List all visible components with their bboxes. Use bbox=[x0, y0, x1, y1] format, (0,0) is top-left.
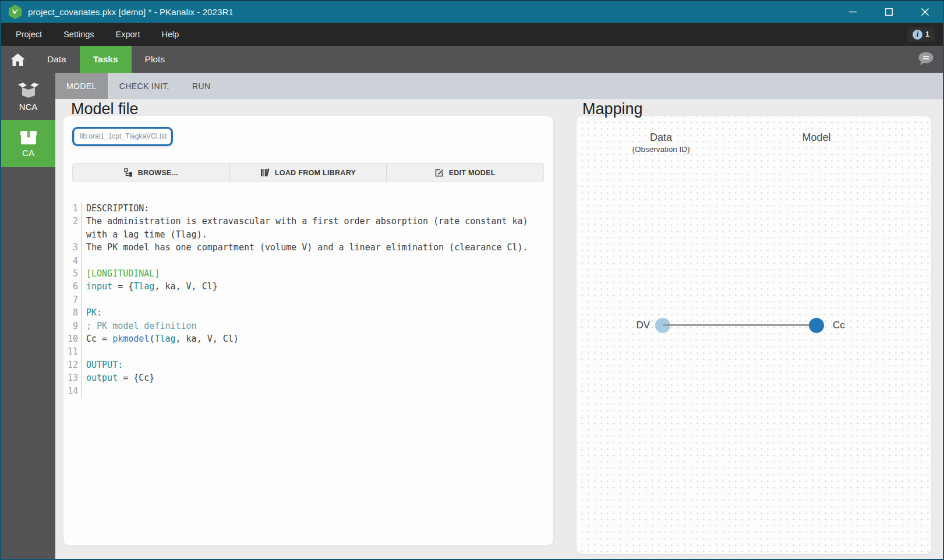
menu-project[interactable]: Project bbox=[16, 30, 42, 39]
main-content: Model file lib:oral1_1cpt_TlagkaVCl.txt … bbox=[55, 99, 943, 559]
mapping-connector-line bbox=[663, 324, 816, 326]
code-line-text bbox=[82, 345, 537, 358]
code-line: 1DESCRIPTION: bbox=[68, 202, 549, 215]
sidebar-item-label: NCA bbox=[19, 102, 38, 112]
code-line: 2The administration is extravascular wit… bbox=[68, 215, 549, 241]
model-file-panel: lib:oral1_1cpt_TlagkaVCl.txt BROWSE... bbox=[63, 116, 553, 545]
code-line: 5[LONGITUDINAL] bbox=[68, 267, 549, 280]
mapping-heading: Mapping bbox=[582, 100, 643, 118]
code-line-text: output = {Cc} bbox=[82, 371, 537, 384]
close-button[interactable] bbox=[907, 1, 943, 23]
code-line: 9; PK model definition bbox=[68, 320, 549, 332]
home-icon bbox=[10, 54, 25, 66]
minimize-button[interactable] bbox=[835, 1, 871, 23]
sidebar-item-nca[interactable]: NCA bbox=[1, 73, 55, 120]
model-file-input[interactable]: lib:oral1_1cpt_TlagkaVCl.txt bbox=[74, 129, 171, 144]
maximize-button[interactable] bbox=[871, 1, 907, 23]
code-lines: 1DESCRIPTION:2The administration is extr… bbox=[68, 202, 549, 398]
code-line: 7 bbox=[68, 293, 549, 306]
browse-button-label: BROWSE... bbox=[138, 169, 178, 177]
edit-pencil-icon bbox=[435, 168, 444, 177]
tab-tasks[interactable]: Tasks bbox=[80, 46, 132, 73]
edit-model-button[interactable]: EDIT MODEL bbox=[387, 164, 543, 182]
code-line: 10Cc = pkmodel(Tlag, ka, V, Cl) bbox=[68, 332, 549, 345]
window-controls bbox=[835, 1, 943, 23]
ca-box-icon bbox=[20, 129, 37, 144]
load-from-library-button[interactable]: LOAD FROM LIBRARY bbox=[230, 164, 387, 182]
mapping-data-subheader: (Observation ID) bbox=[609, 145, 713, 154]
line-number: 7 bbox=[68, 293, 82, 306]
line-number: 11 bbox=[68, 345, 82, 358]
app-logo-icon bbox=[8, 5, 22, 19]
app-window: project_covariates.pkx [demo] * - PKanal… bbox=[0, 0, 944, 560]
nca-open-box-icon bbox=[17, 81, 40, 98]
code-line-text: The PK model has one compartment (volume… bbox=[82, 241, 537, 254]
mapping-data-header: Data bbox=[609, 132, 713, 144]
notification-area[interactable]: i 1 bbox=[907, 27, 935, 42]
library-books-icon bbox=[260, 168, 270, 177]
code-line-text bbox=[82, 293, 537, 306]
code-line: 14 bbox=[68, 385, 549, 398]
sidebar: NCA CA bbox=[1, 73, 55, 559]
notification-count: 1 bbox=[925, 30, 929, 38]
edit-model-label: EDIT MODEL bbox=[449, 169, 496, 177]
folder-tree-icon bbox=[124, 168, 133, 177]
code-line: 3The PK model has one compartment (volum… bbox=[68, 241, 549, 254]
menu-export[interactable]: Export bbox=[116, 30, 140, 39]
code-line-text: ; PK model definition bbox=[82, 320, 537, 332]
tab-data[interactable]: Data bbox=[34, 46, 80, 73]
code-line: 11 bbox=[68, 345, 549, 358]
code-line: 13output = {Cc} bbox=[68, 371, 549, 384]
mapping-model-header: Model bbox=[776, 132, 857, 144]
line-number: 12 bbox=[68, 359, 82, 371]
code-line-text: Cc = pkmodel(Tlag, ka, V, Cl) bbox=[82, 332, 537, 345]
sidebar-item-label: CA bbox=[22, 148, 34, 158]
subtab-check-init[interactable]: CHECK INIT. bbox=[108, 73, 181, 99]
code-line-text: input = {Tlag, ka, V, Cl} bbox=[82, 280, 537, 293]
line-number: 14 bbox=[68, 385, 82, 398]
code-line-text: PK: bbox=[82, 306, 537, 319]
code-line-text: The administration is extravascular with… bbox=[82, 215, 537, 241]
mapping-target-handle[interactable] bbox=[809, 318, 824, 333]
mapping-model-column-header: Model bbox=[776, 132, 857, 144]
model-code-editor[interactable]: 1DESCRIPTION:2The administration is extr… bbox=[68, 202, 549, 540]
load-from-library-label: LOAD FROM LIBRARY bbox=[275, 169, 356, 177]
line-number: 6 bbox=[68, 280, 82, 293]
window-title: project_covariates.pkx [demo] * - PKanal… bbox=[28, 7, 234, 17]
subtab-model[interactable]: MODEL bbox=[55, 73, 108, 99]
code-line-text bbox=[82, 254, 537, 267]
mapping-source-label: DV bbox=[623, 320, 650, 331]
line-number: 13 bbox=[68, 371, 82, 384]
main-tabbar: Data Tasks Plots bbox=[1, 46, 943, 73]
feedback-chat-icon[interactable] bbox=[918, 52, 934, 68]
line-number: 2 bbox=[68, 215, 82, 241]
line-number: 9 bbox=[68, 320, 82, 332]
menu-settings[interactable]: Settings bbox=[63, 30, 94, 39]
menubar: Project Settings Export Help i 1 bbox=[1, 23, 943, 46]
code-line-text: DESCRIPTION: bbox=[82, 202, 537, 215]
tab-plots[interactable]: Plots bbox=[132, 46, 178, 73]
mapping-row: DV Cc bbox=[577, 318, 931, 333]
browse-button[interactable]: BROWSE... bbox=[73, 164, 230, 182]
home-tab[interactable] bbox=[1, 46, 34, 73]
code-line: 8PK: bbox=[68, 306, 549, 319]
line-number: 8 bbox=[68, 306, 82, 319]
code-line-text: OUTPUT: bbox=[82, 359, 537, 371]
code-line: 4 bbox=[68, 254, 549, 267]
model-file-name: lib:oral1_1cpt_TlagkaVCl.txt bbox=[80, 132, 167, 140]
line-number: 5 bbox=[68, 267, 82, 280]
code-line: 12OUTPUT: bbox=[68, 359, 549, 371]
code-line-text bbox=[82, 385, 537, 398]
info-icon: i bbox=[913, 30, 922, 40]
code-line: 6input = {Tlag, ka, V, Cl} bbox=[68, 280, 549, 293]
code-line-text: [LONGITUDINAL] bbox=[82, 267, 537, 280]
subtab-run[interactable]: RUN bbox=[181, 73, 222, 99]
line-number: 4 bbox=[68, 254, 82, 267]
task-subtabs: MODEL CHECK INIT. RUN bbox=[55, 73, 943, 99]
menu-help[interactable]: Help bbox=[161, 30, 179, 39]
line-number: 10 bbox=[68, 332, 82, 345]
mapping-data-column-header: Data (Observation ID) bbox=[609, 132, 713, 154]
mapping-panel: Data (Observation ID) Model DV Cc bbox=[577, 116, 931, 554]
sidebar-item-ca[interactable]: CA bbox=[1, 120, 55, 167]
titlebar: project_covariates.pkx [demo] * - PKanal… bbox=[1, 1, 943, 23]
